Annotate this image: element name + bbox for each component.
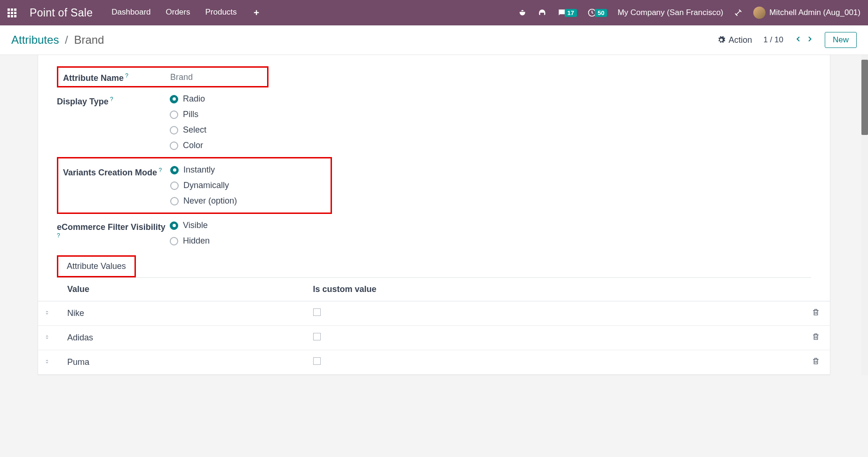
new-button[interactable]: New bbox=[825, 32, 857, 48]
attribute-name-label: Attribute Name ? bbox=[63, 71, 170, 83]
action-label: Action bbox=[728, 35, 752, 45]
pager-text[interactable]: 1 / 10 bbox=[763, 35, 783, 45]
topbar-right: 17 50 My Company (San Francisco) Mitchel… bbox=[518, 7, 861, 19]
ecommerce-filter-options: Visible Hidden bbox=[170, 221, 811, 246]
sort-handle-icon[interactable] bbox=[44, 357, 50, 367]
nav-orders[interactable]: Orders bbox=[166, 8, 190, 18]
content: Attribute Name ? Brand Display Type ? Ra… bbox=[38, 55, 830, 375]
breadcrumb-parent[interactable]: Attributes bbox=[11, 33, 59, 46]
breadcrumb: Attributes / Brand bbox=[11, 33, 104, 47]
variants-mode-options: Instantly Dynamically Never (option) bbox=[170, 165, 326, 206]
tab-attribute-values[interactable]: Attribute Values bbox=[58, 257, 134, 276]
radio-instantly[interactable]: Instantly bbox=[170, 165, 326, 175]
scrollbar-thumb[interactable] bbox=[861, 60, 868, 135]
tools-icon[interactable] bbox=[734, 8, 743, 17]
cell-value[interactable]: Adidas bbox=[62, 326, 308, 350]
display-type-label: Display Type ? bbox=[57, 94, 170, 107]
delete-row-button[interactable] bbox=[812, 358, 820, 367]
actionbar: Attributes / Brand Action 1 / 10 New bbox=[0, 25, 868, 55]
user-name: Mitchell Admin (Aug_001) bbox=[769, 8, 860, 17]
sort-handle-icon[interactable] bbox=[44, 333, 50, 342]
pager-prev[interactable] bbox=[795, 35, 802, 45]
support-icon[interactable] bbox=[537, 8, 547, 17]
company-selector[interactable]: My Company (San Francisco) bbox=[617, 8, 723, 17]
variants-mode-label: Variants Creation Mode ? bbox=[63, 165, 170, 178]
table-row[interactable]: Adidas bbox=[38, 326, 830, 350]
nav-products[interactable]: Products bbox=[205, 8, 237, 18]
display-type-row: Display Type ? Radio Pills Select Color bbox=[57, 94, 811, 150]
breadcrumb-current: Brand bbox=[74, 33, 104, 46]
delete-row-button[interactable] bbox=[812, 333, 820, 343]
highlight-tab: Attribute Values bbox=[57, 255, 136, 277]
checkbox-custom[interactable] bbox=[313, 308, 321, 316]
help-icon[interactable]: ? bbox=[57, 232, 60, 239]
checkbox-custom[interactable] bbox=[313, 333, 321, 340]
cell-value[interactable]: Puma bbox=[62, 350, 308, 375]
app-title[interactable]: Point of Sale bbox=[30, 7, 93, 19]
checkbox-custom[interactable] bbox=[313, 357, 321, 365]
messages-icon[interactable]: 17 bbox=[557, 8, 577, 17]
tabs: Attribute Values bbox=[57, 255, 811, 278]
help-icon[interactable]: ? bbox=[109, 96, 113, 102]
apps-icon[interactable] bbox=[8, 8, 16, 17]
avatar-icon bbox=[753, 7, 765, 19]
messages-badge: 17 bbox=[565, 9, 577, 17]
highlight-attribute-name: Attribute Name ? Brand bbox=[57, 66, 268, 87]
action-dropdown[interactable]: Action bbox=[717, 35, 752, 45]
ecommerce-filter-label: eCommerce Filter Visibility ? bbox=[57, 221, 170, 243]
radio-radio[interactable]: Radio bbox=[170, 94, 811, 104]
radio-dynamically[interactable]: Dynamically bbox=[170, 181, 326, 190]
activity-icon[interactable]: 50 bbox=[587, 8, 607, 17]
gear-icon bbox=[717, 36, 726, 44]
actionbar-right: Action 1 / 10 New bbox=[717, 32, 857, 48]
radio-select[interactable]: Select bbox=[170, 125, 811, 135]
attribute-values-table: Value Is custom value Nike Adidas bbox=[38, 278, 830, 375]
bug-icon[interactable] bbox=[518, 8, 527, 17]
pager-arrows bbox=[795, 35, 813, 45]
topbar: Point of Sale Dashboard Orders Products … bbox=[0, 0, 868, 25]
radio-hidden[interactable]: Hidden bbox=[170, 236, 811, 246]
radio-pills[interactable]: Pills bbox=[170, 110, 811, 119]
col-value[interactable]: Value bbox=[62, 278, 308, 301]
highlight-variants-mode: Variants Creation Mode ? Instantly Dynam… bbox=[57, 157, 332, 214]
add-menu-button[interactable]: + bbox=[254, 8, 260, 18]
topbar-left: Point of Sale Dashboard Orders Products … bbox=[8, 7, 259, 19]
user-menu[interactable]: Mitchell Admin (Aug_001) bbox=[753, 7, 860, 19]
table-row[interactable]: Puma bbox=[38, 350, 830, 375]
activity-badge: 50 bbox=[595, 9, 607, 17]
radio-color[interactable]: Color bbox=[170, 141, 811, 150]
radio-visible[interactable]: Visible bbox=[170, 221, 811, 230]
nav-links: Dashboard Orders Products + bbox=[111, 8, 259, 18]
nav-dashboard[interactable]: Dashboard bbox=[111, 8, 150, 18]
form-sheet: Attribute Name ? Brand Display Type ? Ra… bbox=[38, 55, 830, 278]
radio-never[interactable]: Never (option) bbox=[170, 196, 326, 206]
pager-next[interactable] bbox=[806, 35, 813, 45]
table-row[interactable]: Nike bbox=[38, 301, 830, 326]
display-type-options: Radio Pills Select Color bbox=[170, 94, 811, 150]
help-icon[interactable]: ? bbox=[124, 72, 128, 79]
attribute-name-value[interactable]: Brand bbox=[170, 71, 193, 82]
content-wrap: Attribute Name ? Brand Display Type ? Ra… bbox=[0, 55, 868, 375]
col-custom[interactable]: Is custom value bbox=[308, 278, 802, 301]
breadcrumb-separator: / bbox=[65, 33, 68, 46]
cell-value[interactable]: Nike bbox=[62, 301, 308, 326]
delete-row-button[interactable] bbox=[812, 309, 820, 318]
scrollbar-track[interactable] bbox=[861, 55, 868, 375]
sort-handle-icon[interactable] bbox=[44, 308, 50, 318]
ecommerce-filter-row: eCommerce Filter Visibility ? Visible Hi… bbox=[57, 221, 811, 246]
help-icon[interactable]: ? bbox=[157, 167, 162, 173]
